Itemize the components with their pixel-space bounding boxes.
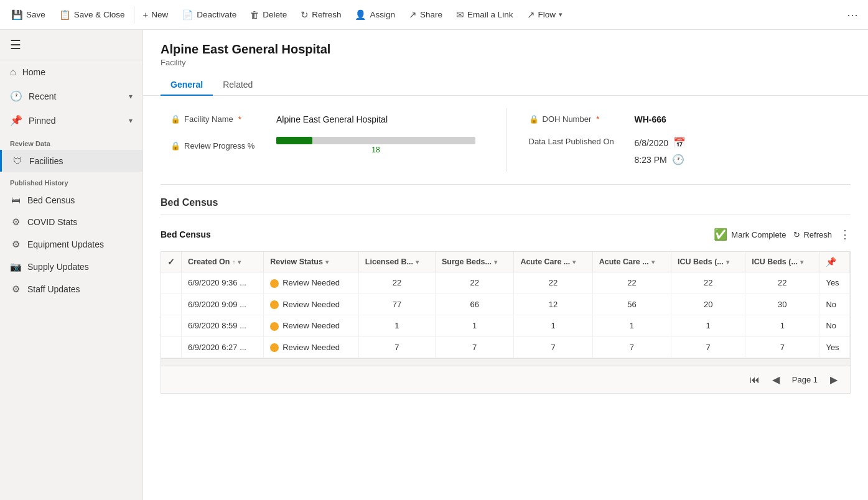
deactivate-icon: 📄 bbox=[182, 9, 194, 21]
th-licensed-b[interactable]: Licensed B... ▾ bbox=[358, 252, 435, 272]
table-row[interactable]: 6/9/2020 9:36 ... Review Needed 22 22 22… bbox=[161, 272, 850, 294]
icu2-filter-icon[interactable]: ▾ bbox=[800, 259, 803, 266]
acute2-filter-icon[interactable]: ▾ bbox=[651, 259, 655, 266]
page-text: Page 1 bbox=[787, 375, 823, 384]
page-prev-button[interactable]: ◀ bbox=[767, 371, 785, 388]
new-button[interactable]: + New bbox=[137, 6, 175, 24]
th-review-status[interactable]: Review Status ▾ bbox=[264, 252, 359, 272]
row-icu-beds-2: 30 bbox=[745, 294, 819, 315]
save-close-label: Save & Close bbox=[74, 10, 125, 19]
deactivate-button[interactable]: 📄 Deactivate bbox=[175, 6, 243, 24]
subgrid-more-button[interactable]: ⋮ bbox=[839, 228, 851, 241]
email-button[interactable]: ✉ Email a Link bbox=[450, 6, 520, 24]
status-indicator bbox=[270, 279, 279, 288]
th-icu-beds-2[interactable]: ICU Beds (... ▾ bbox=[745, 252, 819, 272]
th-surge-beds[interactable]: Surge Beds... ▾ bbox=[436, 252, 514, 272]
row-licensed-b: 7 bbox=[358, 336, 435, 358]
sidebar-item-recent[interactable]: 🕐 Recent ▾ bbox=[0, 84, 142, 108]
surge-filter-icon[interactable]: ▾ bbox=[494, 259, 497, 266]
table-row[interactable]: 6/9/2020 9:09 ... Review Needed 77 66 12… bbox=[161, 294, 850, 315]
row-surge-beds: 66 bbox=[436, 294, 514, 315]
horizontal-scrollbar[interactable] bbox=[161, 358, 850, 366]
th-surge-beds-label: Surge Beds... bbox=[442, 257, 492, 266]
th-acute-care-2[interactable]: Acute Care ... ▾ bbox=[592, 252, 671, 272]
sidebar-item-bed-census[interactable]: 🛏 Bed Census bbox=[0, 189, 142, 211]
sort-dropdown-icon[interactable]: ▾ bbox=[238, 259, 241, 266]
row-extra: No bbox=[819, 315, 850, 337]
row-created-on: 6/9/2020 8:59 ... bbox=[182, 315, 264, 337]
flow-button[interactable]: ↗ Flow ▾ bbox=[521, 6, 569, 24]
th-acute-care-1-label: Acute Care ... bbox=[520, 257, 570, 266]
table-scroll: ✓ Created On ↑ ▾ bbox=[161, 252, 850, 358]
tab-general[interactable]: General bbox=[161, 75, 213, 96]
more-options-icon[interactable]: ⋯ bbox=[842, 6, 863, 24]
flow-chevron-icon: ▾ bbox=[559, 11, 562, 19]
check-mark-icon: ✓ bbox=[167, 257, 175, 267]
tab-related[interactable]: Related bbox=[213, 75, 263, 96]
form-grid: 🔒 Facility Name * Alpine East General Ho… bbox=[161, 108, 851, 172]
th-icu-beds-1[interactable]: ICU Beds (... ▾ bbox=[671, 252, 745, 272]
save-close-button[interactable]: 📋 Save & Close bbox=[53, 6, 131, 24]
row-checkbox[interactable] bbox=[161, 315, 182, 337]
row-surge-beds: 7 bbox=[436, 336, 514, 358]
sidebar-item-supply-updates[interactable]: 📷 Supply Updates bbox=[0, 256, 142, 278]
recent-chevron-icon: ▾ bbox=[129, 92, 133, 101]
review-progress-label-group: 🔒 Review Progress % bbox=[170, 141, 270, 150]
sidebar-item-staff-updates[interactable]: ⚙ Staff Updates bbox=[0, 278, 142, 300]
row-acute-care-1: 22 bbox=[514, 272, 592, 294]
bed-census-section: Bed Census Bed Census ✅ Mark Complete ↻ … bbox=[161, 197, 851, 394]
share-button[interactable]: ↗ Share bbox=[403, 6, 449, 24]
refresh-icon: ↻ bbox=[301, 9, 309, 21]
sidebar-item-facilities[interactable]: 🛡 Facilities bbox=[0, 150, 142, 172]
th-acute-care-1[interactable]: Acute Care ... ▾ bbox=[514, 252, 592, 272]
refresh-label: Refresh bbox=[312, 10, 341, 19]
acute1-filter-icon[interactable]: ▾ bbox=[572, 259, 576, 266]
sidebar-item-pinned[interactable]: 📌 Pinned ▾ bbox=[0, 108, 142, 132]
review-filter-icon[interactable]: ▾ bbox=[325, 259, 329, 266]
subgrid-header: Bed Census ✅ Mark Complete ↻ Refresh ⋮ bbox=[161, 223, 851, 246]
table-row[interactable]: 6/9/2020 8:59 ... Review Needed 1 1 1 1 … bbox=[161, 315, 850, 337]
progress-bar-fill bbox=[276, 137, 312, 144]
facility-name-label: Facility Name bbox=[184, 114, 233, 124]
email-label: Email a Link bbox=[467, 10, 513, 19]
staff-label: Staff Updates bbox=[27, 284, 80, 294]
assign-button[interactable]: 👤 Assign bbox=[348, 6, 401, 24]
covid-stats-icon: ⚙ bbox=[10, 216, 21, 228]
licensed-filter-icon[interactable]: ▾ bbox=[416, 259, 419, 266]
page-subtitle: Facility bbox=[161, 58, 851, 67]
row-extra: No bbox=[819, 294, 850, 315]
hamburger-icon[interactable]: ☰ bbox=[10, 38, 21, 52]
table-row[interactable]: 6/9/2020 6:27 ... Review Needed 7 7 7 7 … bbox=[161, 336, 850, 358]
page-next-button[interactable]: ▶ bbox=[825, 371, 842, 388]
save-label: Save bbox=[26, 10, 45, 19]
mark-complete-button[interactable]: ✅ Mark Complete bbox=[714, 228, 786, 241]
toolbar: 💾 Save 📋 Save & Close + New 📄 Deactivate… bbox=[0, 0, 868, 30]
facility-name-label-group: 🔒 Facility Name * bbox=[170, 114, 270, 124]
row-checkbox[interactable] bbox=[161, 336, 182, 358]
pagination: ⏮ ◀ Page 1 ▶ bbox=[161, 366, 850, 393]
row-extra: Yes bbox=[819, 336, 850, 358]
covid-stats-label: COVID Stats bbox=[27, 217, 77, 227]
delete-button[interactable]: 🗑 Delete bbox=[244, 6, 293, 24]
th-licensed-b-label: Licensed B... bbox=[365, 257, 413, 266]
save-button[interactable]: 💾 Save bbox=[5, 6, 52, 24]
row-extra: Yes bbox=[819, 272, 850, 294]
data-published-label-group: Data Last Published On bbox=[529, 137, 628, 146]
sidebar-item-covid-stats[interactable]: ⚙ COVID Stats bbox=[0, 211, 142, 233]
th-created-on[interactable]: Created On ↑ ▾ bbox=[182, 252, 264, 272]
row-checkbox[interactable] bbox=[161, 272, 182, 294]
equipment-icon: ⚙ bbox=[10, 239, 21, 250]
pin-icon: 📌 bbox=[826, 257, 836, 267]
icu1-filter-icon[interactable]: ▾ bbox=[726, 259, 729, 266]
form-section: 🔒 Facility Name * Alpine East General Ho… bbox=[161, 96, 851, 185]
sidebar-item-equipment-updates[interactable]: ⚙ Equipment Updates bbox=[0, 233, 142, 256]
equipment-label: Equipment Updates bbox=[27, 239, 104, 249]
refresh-button[interactable]: ↻ Refresh bbox=[294, 6, 347, 24]
sidebar-item-home[interactable]: ⌂ Home bbox=[0, 60, 142, 84]
subgrid-refresh-button[interactable]: ↻ Refresh bbox=[793, 230, 832, 239]
row-review-status: Review Needed bbox=[264, 336, 359, 358]
row-acute-care-2: 22 bbox=[592, 272, 671, 294]
page-first-button[interactable]: ⏮ bbox=[745, 372, 765, 388]
progress-bar-bg bbox=[276, 137, 475, 144]
row-checkbox[interactable] bbox=[161, 294, 182, 315]
